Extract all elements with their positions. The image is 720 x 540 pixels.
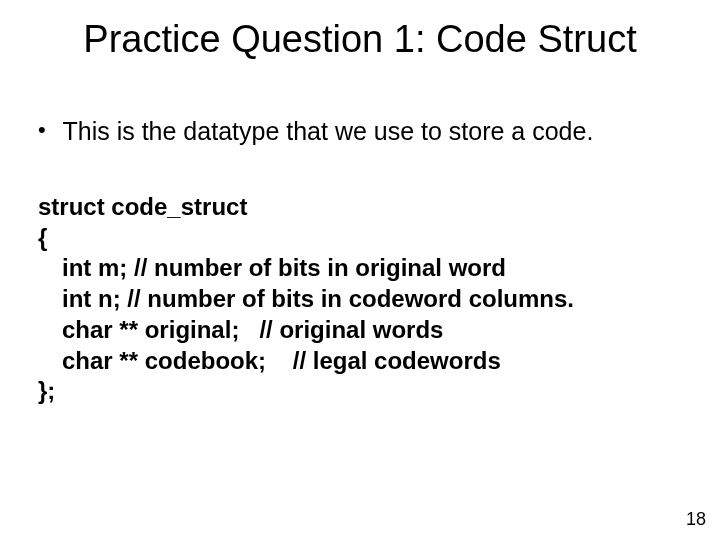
code-line-5: char ** original; // original words [38, 315, 682, 346]
code-line-4: int n; // number of bits in codeword col… [38, 284, 682, 315]
bullet-dot-icon: • [38, 116, 56, 145]
slide-title: Practice Question 1: Code Struct [0, 18, 720, 61]
code-block: struct code_struct { int m; // number of… [38, 192, 682, 407]
code-line-6: char ** codebook; // legal codewords [38, 346, 682, 377]
code-line-3: int m; // number of bits in original wor… [38, 253, 682, 284]
code-line-7: }; [38, 376, 682, 407]
code-line-1: struct code_struct [38, 192, 682, 223]
code-line-2: { [38, 223, 682, 254]
slide: Practice Question 1: Code Struct • This … [0, 0, 720, 540]
page-number: 18 [686, 509, 706, 530]
bullet-item: • This is the datatype that we use to st… [38, 116, 682, 146]
bullet-text: This is the datatype that we use to stor… [63, 117, 594, 145]
